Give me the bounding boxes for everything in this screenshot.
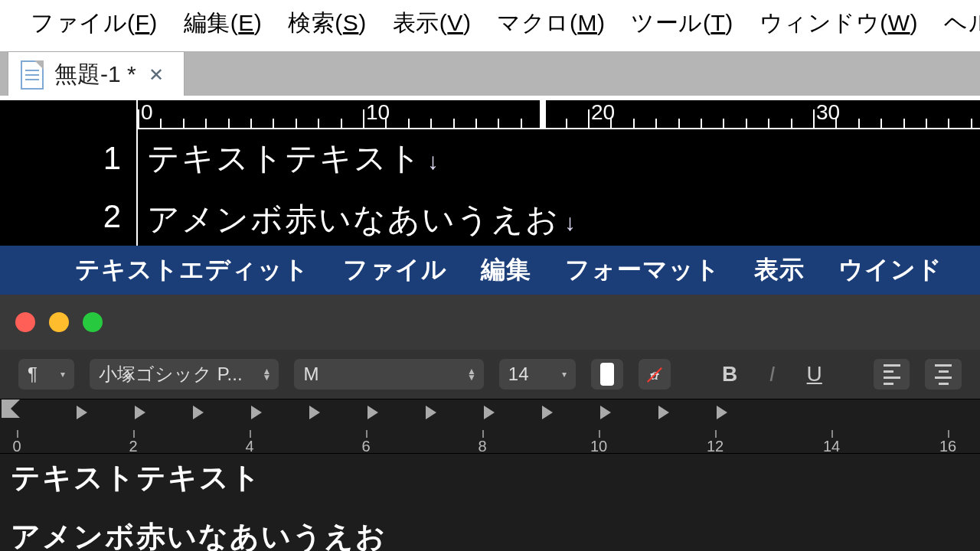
gutter: 1 2 — [0, 100, 138, 246]
color-swatch-icon — [600, 363, 614, 386]
tab-stop-icon[interactable] — [77, 406, 87, 419]
tab-stop-icon[interactable] — [368, 406, 378, 419]
menu-file[interactable]: ファイル(F) — [31, 8, 158, 39]
highlight-color-button[interactable]: a — [639, 359, 671, 390]
menu-search[interactable]: 検索(S) — [288, 8, 367, 39]
mac-titlebar[interactable] — [0, 295, 980, 350]
tab-stop-icon[interactable] — [658, 406, 669, 419]
document-icon — [21, 60, 44, 90]
tab-stop-icon[interactable] — [251, 406, 262, 419]
tab-stop-icon[interactable] — [426, 406, 436, 419]
document-tab[interactable]: 無題-1 * ✕ — [8, 51, 185, 96]
mac-menu-file[interactable]: ファイル — [343, 253, 447, 287]
windows-editor: ファイル(F) 編集(E) 検索(S) 表示(V) マクロ(M) ツール(T) … — [0, 0, 980, 246]
chevron-down-icon: ▾ — [60, 369, 65, 380]
ruler-label: 14 — [823, 438, 840, 455]
ruler-label: 6 — [361, 438, 370, 455]
font-style-select[interactable]: M ▲▼ — [294, 359, 483, 390]
menu-edit[interactable]: 編集(E) — [184, 8, 263, 39]
menu-tools[interactable]: ツール(T) — [631, 8, 733, 39]
ruler-label: 10 — [590, 438, 607, 455]
align-left-icon — [884, 364, 900, 385]
char-color-icon: a — [651, 364, 659, 384]
ruler-label: 12 — [707, 438, 724, 455]
pilcrow-icon: ¶ — [28, 364, 38, 385]
font-style-value: M — [303, 364, 318, 385]
eol-icon: ↓ — [427, 148, 440, 174]
align-center-icon — [935, 364, 952, 385]
code-line[interactable]: アメンボ赤いなあいうえお↓ — [139, 191, 980, 252]
mac-ruler[interactable]: 0246810121416 — [0, 399, 980, 454]
menu-window[interactable]: ウィンドウ(W) — [760, 8, 918, 39]
ruler-label: 4 — [245, 438, 253, 455]
mac-menu-edit[interactable]: 編集 — [481, 253, 531, 287]
mac-menubar: テキストエディット ファイル 編集 フォーマット 表示 ウインド — [0, 246, 980, 295]
mac-document-area[interactable]: テキストテキスト アメンボ赤いなあいうえお — [0, 454, 980, 551]
tab-title: 無題-1 * — [54, 59, 136, 90]
windows-menubar: ファイル(F) 編集(E) 検索(S) 表示(V) マクロ(M) ツール(T) … — [0, 0, 980, 53]
underline-button[interactable]: U — [801, 359, 828, 390]
doc-line[interactable]: テキストテキスト — [11, 458, 969, 497]
mac-toolbar: ¶ ▾ 小塚ゴシック P... ▲▼ M ▲▼ 14 ▾ a B I U — [0, 350, 980, 399]
menu-view[interactable]: 表示(V) — [393, 8, 472, 39]
chevron-down-icon: ▾ — [562, 369, 567, 380]
line-number: 2 — [0, 187, 136, 246]
windows-tabbar: 無題-1 * ✕ — [0, 51, 980, 100]
window-minimize-icon[interactable] — [49, 312, 69, 332]
tab-close-icon[interactable]: ✕ — [147, 64, 165, 86]
menu-macro[interactable]: マクロ(M) — [497, 8, 605, 39]
tab-stop-icon[interactable] — [542, 406, 553, 419]
eol-icon: ↓ — [564, 210, 577, 235]
tab-stop-icon[interactable] — [717, 406, 727, 419]
code-line[interactable]: テキストテキスト↓ — [139, 129, 980, 191]
align-left-button[interactable] — [874, 359, 910, 390]
mac-menu-window[interactable]: ウインド — [838, 253, 942, 287]
line-number: 1 — [0, 129, 136, 187]
ruler-caret-marker[interactable] — [540, 99, 546, 129]
font-family-value: 小塚ゴシック P... — [99, 362, 243, 386]
ruler-label: 8 — [478, 438, 486, 455]
italic-button[interactable]: I — [759, 359, 786, 390]
stepper-icon: ▲▼ — [467, 368, 475, 380]
ruler-label: 2 — [129, 438, 137, 455]
tab-stop-icon[interactable] — [135, 406, 145, 419]
tab-stop-icon[interactable] — [600, 406, 611, 419]
bold-button[interactable]: B — [717, 359, 743, 390]
window-close-icon[interactable] — [15, 312, 35, 332]
font-size-select[interactable]: 14 ▾ — [499, 359, 576, 390]
mac-window: ¶ ▾ 小塚ゴシック P... ▲▼ M ▲▼ 14 ▾ a B I U 024… — [0, 295, 980, 551]
doc-line[interactable]: アメンボ赤いなあいうえお — [11, 517, 969, 551]
mac-menu-view[interactable]: 表示 — [754, 253, 805, 287]
menu-help[interactable]: ヘルプ(H) — [944, 8, 980, 39]
mac-menu-app[interactable]: テキストエディット — [75, 253, 309, 287]
windows-ruler: 0 10 20 30 — [138, 100, 980, 129]
stepper-icon: ▲▼ — [263, 368, 270, 380]
paragraph-style-button[interactable]: ¶ ▾ — [18, 359, 74, 390]
align-center-button[interactable] — [925, 359, 962, 390]
tab-stop-icon[interactable] — [309, 406, 320, 419]
left-margin-marker-icon[interactable] — [2, 399, 20, 418]
ruler-label: 0 — [12, 438, 21, 455]
ruler-label: 0 — [141, 100, 153, 125]
mac-menu-format[interactable]: フォーマット — [565, 253, 720, 287]
window-zoom-icon[interactable] — [83, 312, 103, 332]
text-color-button[interactable] — [591, 359, 623, 390]
ruler-label: 16 — [939, 438, 956, 455]
tab-stop-icon[interactable] — [484, 406, 495, 419]
font-family-select[interactable]: 小塚ゴシック P... ▲▼ — [90, 359, 279, 390]
tab-stop-icon[interactable] — [193, 406, 204, 419]
font-size-value: 14 — [508, 364, 529, 385]
windows-code-area[interactable]: 0 10 20 30 1 2 テキストテキスト↓ アメンボ赤いなあいうえお↓ — [0, 100, 980, 246]
